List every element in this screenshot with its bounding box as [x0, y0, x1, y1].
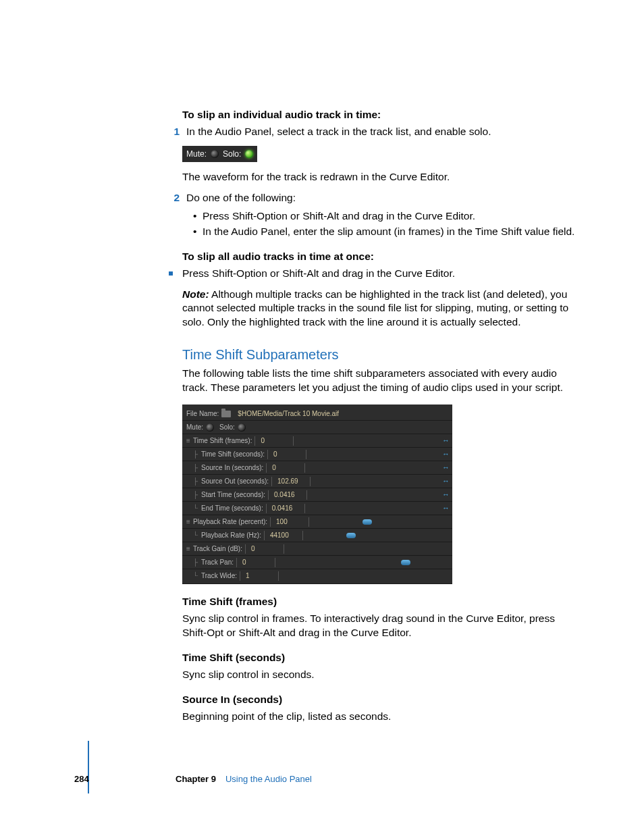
definition-term: Source In (seconds)	[182, 693, 576, 707]
file-name-label: File Name:	[186, 409, 219, 419]
time-shift-arrows-icon[interactable]: ↔	[442, 436, 448, 446]
tree-indent: ├	[193, 558, 201, 567]
param-value: 44100	[266, 531, 301, 540]
param-label: Playback Rate (percent):	[193, 517, 267, 527]
slider-thumb[interactable]	[363, 519, 372, 525]
param-value: 0	[257, 436, 292, 446]
mute-solo-strip: Mute: Solo:	[182, 146, 257, 162]
time-shift-arrows-icon[interactable]: ↔	[442, 449, 448, 459]
param-label: Track Gain (dB):	[193, 544, 242, 554]
param-value: 102.69	[273, 477, 308, 486]
param-value-field[interactable]: 0	[236, 558, 275, 567]
time-shift-arrows-icon[interactable]: ↔	[442, 490, 448, 500]
procedure-heading-1: To slip an individual audio track in tim…	[182, 108, 576, 122]
panel-mute-solo-row: Mute: Solo:	[182, 420, 452, 434]
chapter-number: Chapter 9	[176, 773, 216, 785]
param-value-field[interactable]: 1	[240, 571, 279, 581]
solo-led-icon[interactable]	[245, 150, 253, 158]
param-label: Track Wide:	[201, 571, 237, 581]
param-label: Playback Rate (Hz):	[201, 531, 261, 540]
bullet-text: Press Shift-Option or Shift-Alt and drag…	[203, 209, 475, 224]
tree-toggle-icon[interactable]: ≡	[186, 517, 193, 527]
param-value: 0	[268, 463, 303, 473]
definition-term: Time Shift (seconds)	[182, 651, 576, 665]
solo-led-icon[interactable]	[238, 423, 246, 432]
tree-toggle-icon[interactable]: ≡	[186, 544, 193, 554]
param-label: End Time (seconds):	[201, 504, 263, 513]
time-shift-arrows-icon[interactable]: ↔	[442, 476, 448, 486]
definition-body: Beginning point of the clip, listed as s…	[182, 710, 576, 724]
param-label: Time Shift (seconds):	[201, 450, 265, 459]
definition-term: Time Shift (frames)	[182, 595, 576, 609]
param-value-field[interactable]: 0	[267, 450, 306, 459]
mute-led-icon[interactable]	[206, 423, 214, 432]
param-label: Track Pan:	[201, 558, 234, 567]
step-body: In the Audio Panel, select a track in th…	[186, 125, 491, 139]
note-label: Note:	[182, 288, 209, 300]
folder-icon[interactable]	[221, 411, 231, 417]
slider-track[interactable]	[281, 562, 435, 563]
panel-param-row: └End Time (seconds):0.0416↔	[182, 501, 452, 515]
step-number: 2	[166, 191, 180, 205]
param-value: 1	[242, 571, 277, 581]
note-paragraph: Note: Although multiple tracks can be hi…	[182, 288, 576, 330]
definition-body: Sync slip control in frames. To interact…	[182, 612, 576, 640]
bullet-dot: •	[193, 225, 203, 239]
param-value: 0	[238, 558, 273, 567]
panel-param-row: ≡Time Shift (frames):0↔	[182, 434, 452, 447]
tree-indent: └	[193, 531, 201, 540]
step-2: 2 Do one of the following:	[182, 191, 576, 205]
slider-thumb[interactable]	[401, 560, 410, 565]
panel-param-row: ├Source Out (seconds):102.69↔	[182, 474, 452, 488]
panel-param-row: ├Start Time (seconds):0.0416↔	[182, 488, 452, 501]
panel-param-row: └Track Wide:1	[182, 569, 452, 582]
param-value-field[interactable]: 100	[270, 517, 309, 527]
tree-indent: └	[193, 571, 201, 581]
mute-label: Mute:	[186, 149, 207, 159]
param-value-field[interactable]: 0.0416	[266, 504, 305, 513]
step-body: Do one of the following:	[186, 191, 296, 205]
file-name-value: $HOME/Media/Track 10 Movie.aif	[234, 409, 339, 419]
procedure-heading-2: To slip all audio tracks in time at once…	[182, 250, 576, 264]
param-value-field[interactable]: 44100	[264, 531, 303, 540]
slider-track	[316, 481, 435, 482]
slider-track	[312, 454, 435, 455]
section-heading: Time Shift Subparameters	[182, 346, 576, 364]
tree-indent: ├	[193, 490, 201, 500]
mute-led-icon[interactable]	[211, 150, 219, 158]
slider-track	[299, 440, 435, 442]
param-value-field[interactable]: 0.0416	[268, 490, 307, 500]
paragraph: The following table lists the time shift…	[182, 367, 576, 395]
footer-rule	[88, 741, 89, 793]
bullet-dot: •	[193, 209, 203, 224]
param-value: 0.0416	[268, 504, 303, 513]
slider-thumb[interactable]	[346, 533, 356, 538]
main-content: To slip an individual audio track in tim…	[182, 108, 576, 724]
slider-track[interactable]	[308, 535, 435, 536]
panel-param-row: ≡Playback Rate (percent):100	[182, 515, 452, 528]
param-value: 100	[272, 517, 307, 527]
param-value-field[interactable]: 0	[266, 463, 305, 473]
chapter-title: Using the Audio Panel	[225, 773, 312, 785]
panel-param-row: ├Source In (seconds):0↔	[182, 461, 452, 474]
param-value-field[interactable]: 0	[245, 544, 284, 554]
time-shift-arrows-icon[interactable]: ↔	[442, 503, 448, 513]
param-label: Source Out (seconds):	[201, 477, 269, 486]
param-value-field[interactable]: 102.69	[271, 477, 311, 486]
param-value-field[interactable]: 0	[254, 436, 294, 446]
panel-param-row: └Playback Rate (Hz):44100	[182, 528, 452, 542]
solo-label: Solo:	[219, 423, 235, 432]
panel-param-row: ≡Track Gain (dB):0	[182, 542, 452, 555]
audio-parameter-panel: File Name: $HOME/Media/Track 10 Movie.ai…	[182, 405, 452, 584]
bullet-list: •Press Shift-Option or Shift-Alt and dra…	[193, 209, 576, 239]
step-1: 1 In the Audio Panel, select a track in …	[182, 125, 576, 139]
time-shift-arrows-icon[interactable]: ↔	[442, 463, 448, 473]
slider-track[interactable]	[315, 521, 435, 523]
param-label: Time Shift (frames):	[193, 436, 252, 446]
paragraph: The waveform for the track is redrawn in…	[182, 170, 576, 184]
square-bullet-icon	[169, 271, 173, 276]
definition-body: Sync slip control in seconds.	[182, 668, 576, 682]
param-label: Source In (seconds):	[201, 463, 263, 473]
panel-param-row: ├Time Shift (seconds):0↔	[182, 447, 452, 461]
tree-toggle-icon[interactable]: ≡	[186, 436, 193, 446]
